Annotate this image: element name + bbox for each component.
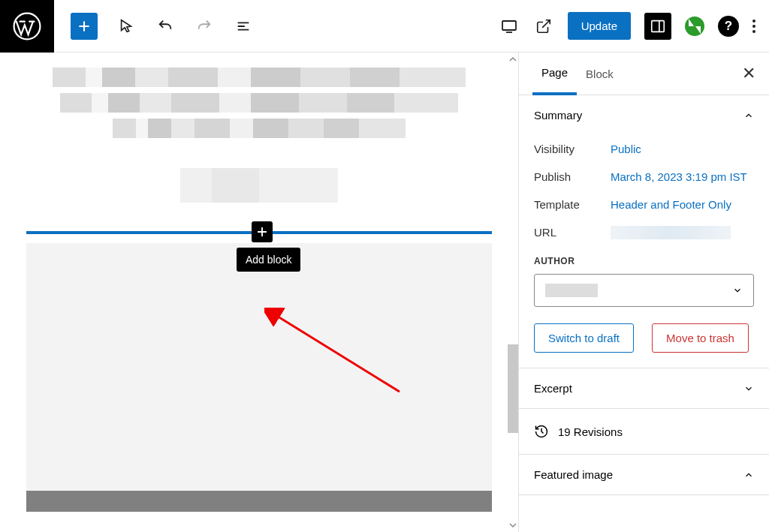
- settings-panel-toggle[interactable]: [644, 13, 671, 40]
- featured-image-title: Featured image: [534, 468, 613, 481]
- blurred-text: [53, 68, 466, 87]
- template-value[interactable]: Header and Footer Only: [611, 198, 754, 211]
- toolbar-left-group: [54, 13, 254, 40]
- tab-page[interactable]: Page: [532, 53, 577, 95]
- revisions-label: 19 Revisions: [558, 425, 623, 438]
- summary-panel: Summary VisibilityPublic PublishMarch 8,…: [519, 95, 769, 368]
- settings-sidebar: Page Block ✕ Summary VisibilityPublic Pu…: [518, 53, 769, 532]
- chevron-down-icon: [743, 383, 754, 394]
- select-tool-icon[interactable]: [116, 16, 137, 37]
- scroll-up-icon[interactable]: [508, 56, 517, 63]
- featured-image-toggle[interactable]: Featured image: [519, 455, 769, 494]
- content-area: Add block: [0, 53, 518, 512]
- visibility-label: Visibility: [534, 143, 611, 155]
- author-select[interactable]: [534, 274, 754, 307]
- svg-rect-2: [652, 20, 665, 32]
- close-sidebar-icon[interactable]: ✕: [742, 64, 755, 83]
- scroll-down-icon[interactable]: [508, 521, 517, 529]
- publish-value[interactable]: March 8, 2023 3:19 pm IST: [611, 170, 754, 183]
- url-label: URL: [534, 226, 611, 239]
- author-value-blurred: [545, 284, 598, 297]
- sidebar-tabs: Page Block ✕: [519, 53, 769, 95]
- device-preview-icon[interactable]: [499, 16, 520, 37]
- top-toolbar: Update ?: [0, 0, 769, 53]
- chevron-down-icon: [732, 285, 743, 296]
- summary-title: Summary: [534, 109, 582, 122]
- svg-rect-1: [502, 21, 516, 30]
- excerpt-panel: Excerpt: [519, 368, 769, 409]
- add-block-tooltip: Add block: [237, 248, 300, 272]
- add-block-button[interactable]: [71, 13, 98, 40]
- chevron-up-icon: [743, 110, 754, 121]
- action-buttons: Switch to draft Move to trash: [534, 323, 754, 353]
- external-link-icon[interactable]: [533, 16, 554, 37]
- jetpack-icon[interactable]: [685, 17, 704, 36]
- undo-icon[interactable]: [155, 16, 176, 37]
- insert-block-button[interactable]: [252, 221, 273, 242]
- update-button[interactable]: Update: [568, 12, 631, 40]
- template-label: Template: [534, 198, 611, 211]
- empty-block[interactable]: [26, 243, 492, 491]
- toolbar-right-group: Update ?: [499, 12, 769, 40]
- editor-canvas[interactable]: Add block: [0, 53, 518, 532]
- excerpt-title: Excerpt: [534, 382, 572, 395]
- chevron-up-icon: [743, 470, 754, 480]
- more-options-icon[interactable]: [752, 20, 755, 33]
- visibility-value[interactable]: Public: [611, 143, 754, 155]
- blurred-text: [180, 168, 338, 203]
- scrollbar-thumb[interactable]: [508, 344, 518, 433]
- author-label: AUTHOR: [534, 256, 754, 266]
- url-value[interactable]: [611, 226, 754, 239]
- move-to-trash-button[interactable]: Move to trash: [652, 323, 749, 353]
- block-insertion-point: Add block: [26, 231, 492, 234]
- tab-block[interactable]: Block: [577, 54, 623, 94]
- main-area: Add block Page Block ✕ Summary Visibilit…: [0, 53, 769, 532]
- publish-label: Publish: [534, 170, 611, 183]
- history-icon: [534, 424, 549, 439]
- list-view-icon[interactable]: [233, 16, 254, 37]
- blurred-text: [60, 93, 458, 113]
- revisions-button[interactable]: 19 Revisions: [519, 409, 769, 455]
- summary-panel-toggle[interactable]: Summary: [519, 95, 769, 135]
- featured-image-panel: Featured image: [519, 455, 769, 495]
- wordpress-logo[interactable]: [0, 0, 54, 53]
- excerpt-panel-toggle[interactable]: Excerpt: [519, 368, 769, 408]
- redo-icon[interactable]: [194, 16, 215, 37]
- footer-bar: [26, 491, 492, 512]
- help-icon[interactable]: ?: [718, 16, 739, 37]
- blurred-text: [113, 119, 406, 138]
- switch-to-draft-button[interactable]: Switch to draft: [534, 323, 634, 353]
- summary-body: VisibilityPublic PublishMarch 8, 2023 3:…: [519, 135, 769, 368]
